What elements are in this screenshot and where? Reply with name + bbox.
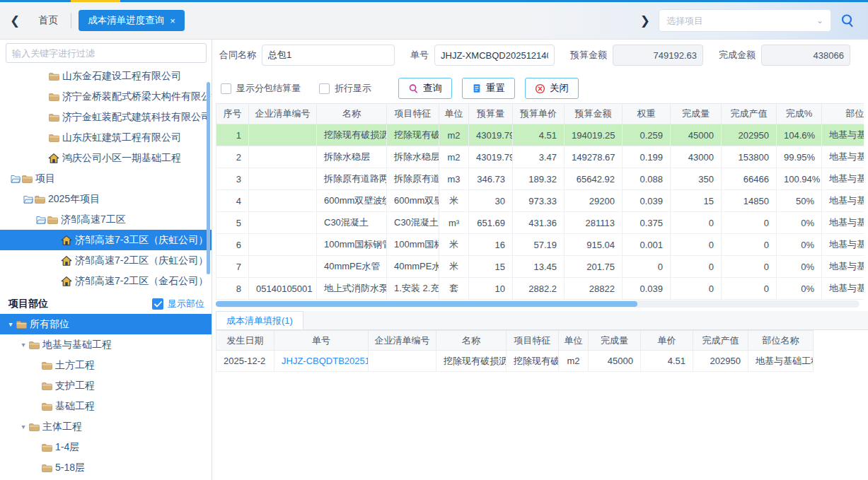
column-header[interactable]: 部位名称 xyxy=(822,104,864,124)
query-button[interactable]: 查询 xyxy=(398,78,452,99)
order-no-field[interactable] xyxy=(434,45,555,66)
column-header[interactable]: 预算金额 xyxy=(565,104,623,124)
chevron-down-icon[interactable]: ⌄ xyxy=(816,16,823,25)
org-tree-item[interactable]: 济宁金虹装配式建筑科技有限公司 xyxy=(0,107,212,127)
tree-filter-input[interactable] xyxy=(6,43,207,63)
parts-tree-item[interactable]: 1-4层 xyxy=(0,437,212,457)
tab-cost-list-progress[interactable]: 成本清单进度查询 × xyxy=(79,10,185,31)
parts-tree-item[interactable]: ▾地基与基础工程 xyxy=(0,334,212,355)
tab-close-icon[interactable]: × xyxy=(170,16,175,26)
cell: 8 xyxy=(216,278,249,300)
main-panel: 合同名称单号预算金额完成金额 显示分包结算量折行显示查询重置关闭 序号企业清单编… xyxy=(212,40,868,480)
column-header[interactable]: 完成产值 xyxy=(722,104,777,124)
contract-name-field[interactable] xyxy=(262,45,395,66)
cell: 拆除水稳层 xyxy=(387,146,439,168)
reset-button[interactable]: 重置 xyxy=(462,78,515,99)
column-header[interactable]: 名称 xyxy=(436,331,507,351)
org-tree-item[interactable]: 山东庆虹建筑工程有限公司 xyxy=(0,127,212,148)
cell: 13.45 xyxy=(513,256,565,278)
finished-amount-field[interactable] xyxy=(761,45,850,66)
column-header[interactable]: 企业清单编号 xyxy=(369,331,436,351)
app-window: ❮ 首页 成本清单进度查询 × ❯ ⌄ 山东金石建设工程有限公司济宁金桥装配式桥… xyxy=(0,0,868,480)
column-header[interactable]: 单位 xyxy=(559,331,589,351)
house-icon xyxy=(61,276,72,287)
org-tree-item[interactable]: 鸿庆公司小区一期基础工程 xyxy=(0,148,212,168)
org-tree-item[interactable]: 济邹高速7-3工区（庆虹公司） xyxy=(0,230,212,250)
show-parts-checkbox[interactable]: 显示部位 xyxy=(152,298,204,310)
cell xyxy=(249,190,317,212)
folder-icon xyxy=(34,194,45,205)
table-row[interactable]: 4600mm双壁波纹管600mm双壁波纹管米30973.33292000.039… xyxy=(216,190,864,212)
table-row[interactable]: 2025-12-2JHJZ-CBQDTB20251214001挖除现有破损沥青路… xyxy=(216,351,814,372)
global-search-button[interactable] xyxy=(831,13,868,28)
cell: 0 xyxy=(722,256,777,278)
parts-tree-item[interactable]: 基础工程 xyxy=(0,396,212,416)
org-tree-item-label: 山东庆虹建筑工程有限公司 xyxy=(62,131,181,144)
cell: 4.51 xyxy=(513,124,565,146)
wrap-lines-checkbox[interactable]: 折行显示 xyxy=(319,82,371,95)
table-row[interactable]: 5C30混凝土C30混凝土m³651.69431.362811130.37500… xyxy=(216,212,864,234)
column-header[interactable]: 完成量 xyxy=(589,331,641,351)
table-row[interactable]: 2拆除水稳层拆除水稳层m243019.793.47149278.670.1994… xyxy=(216,146,864,168)
show-subcontract-checkbox[interactable]: 显示分包结算量 xyxy=(221,82,301,95)
column-header[interactable]: 单号 xyxy=(274,331,369,351)
parts-tree-item[interactable]: ▾主体工程 xyxy=(0,416,212,437)
close-button[interactable]: 关闭 xyxy=(525,78,579,99)
column-header[interactable]: 单价 xyxy=(641,331,693,351)
cell xyxy=(249,234,317,256)
cell: 2025-12-2 xyxy=(216,351,274,372)
org-tree-item[interactable]: 山东金石建设工程有限公司 xyxy=(0,66,212,86)
cell: 地基与基础工程 xyxy=(822,234,864,256)
column-header[interactable]: 完成量 xyxy=(671,104,722,124)
column-header[interactable]: 项目特征 xyxy=(387,104,439,124)
column-header[interactable]: 完成产值 xyxy=(693,331,748,351)
project-select-input[interactable] xyxy=(666,16,816,26)
caret-down-icon[interactable]: ▾ xyxy=(18,423,28,431)
column-header[interactable]: 预算量 xyxy=(469,104,513,124)
table-row[interactable]: 6100mm国标钢管100mm国标钢管米1657.19915.040.00100… xyxy=(216,234,864,256)
order-no-link[interactable]: JHJZ-CBQDTB20251214001 xyxy=(274,351,369,372)
parts-tree-item[interactable]: ▾所有部位 xyxy=(0,314,212,334)
column-header[interactable]: 单位 xyxy=(439,104,469,124)
horizontal-scrollbar-thumb[interactable] xyxy=(216,301,637,307)
org-tree-item[interactable]: 济宁金桥装配式桥梁大构件有限公司 xyxy=(0,86,212,107)
column-header[interactable]: 预算单价 xyxy=(513,104,565,124)
table-row[interactable]: 1挖除现有破损沥青路面挖除现有破损沥青路面m243019.794.5119401… xyxy=(216,124,864,146)
caret-down-icon[interactable]: ▾ xyxy=(6,320,16,328)
column-header[interactable]: 发生日期 xyxy=(216,331,274,351)
cell: 地基与基础工程 xyxy=(822,278,864,300)
parts-tree-item[interactable]: 支护工程 xyxy=(0,375,212,396)
project-select[interactable]: ⌄ xyxy=(659,9,831,32)
column-header[interactable]: 部位名称 xyxy=(748,331,814,351)
budget-amount-field[interactable] xyxy=(613,45,703,66)
sidebar-scrollbar[interactable] xyxy=(207,82,210,274)
table-row[interactable]: 740mmPE水管40mmPE水管米1513.45201.750000%地基与基… xyxy=(216,256,864,278)
org-tree-item[interactable]: 2025年项目 xyxy=(0,189,212,209)
table-row[interactable]: 805140105001地上式消防水泵接合器1.安装 2.充水试压套102882… xyxy=(216,278,864,300)
org-tree-item[interactable]: 济邹高速7-2工区（金石公司） xyxy=(0,271,212,291)
column-header[interactable]: 权重 xyxy=(623,104,671,124)
body-layout: 山东金石建设工程有限公司济宁金桥装配式桥梁大构件有限公司济宁金虹装配式建筑科技有… xyxy=(0,40,868,480)
parts-tree-item[interactable]: 土方工程 xyxy=(0,355,212,375)
parts-tree-item[interactable]: 5-18层 xyxy=(0,457,212,478)
caret-down-icon[interactable]: ▾ xyxy=(18,341,28,349)
column-header[interactable]: 序号 xyxy=(216,104,249,124)
tab-cost-list-fill[interactable]: 成本清单填报(1) xyxy=(216,311,303,329)
table-row[interactable]: 3拆除原有道路两侧拆除原有道路两侧m3346.73189.3265642.920… xyxy=(216,168,864,190)
cell: 拆除水稳层 xyxy=(317,146,387,168)
org-tree-item[interactable]: 济邹高速7工区 xyxy=(0,209,212,230)
org-tree-item[interactable]: 济邹高速7-2工区（庆虹公司） xyxy=(0,250,212,271)
tab-home[interactable]: 首页 xyxy=(30,14,71,27)
cell: 米 xyxy=(439,190,469,212)
column-header[interactable]: 项目特征 xyxy=(507,331,559,351)
tabs-scroll-left-icon[interactable]: ❮ xyxy=(0,13,30,28)
column-header[interactable]: 名称 xyxy=(317,104,387,124)
cell: 100mm国标钢管 xyxy=(317,234,387,256)
column-header[interactable]: 完成% xyxy=(777,104,822,124)
tabs-scroll-right-icon[interactable]: ❯ xyxy=(632,13,659,28)
parts-tree-item-label: 支护工程 xyxy=(55,380,95,392)
org-tree-item[interactable]: 项目 xyxy=(0,168,212,189)
cell: 0.088 xyxy=(623,168,671,190)
cell: 地基与基础工程 xyxy=(822,168,864,190)
column-header[interactable]: 企业清单编号 xyxy=(249,104,317,124)
